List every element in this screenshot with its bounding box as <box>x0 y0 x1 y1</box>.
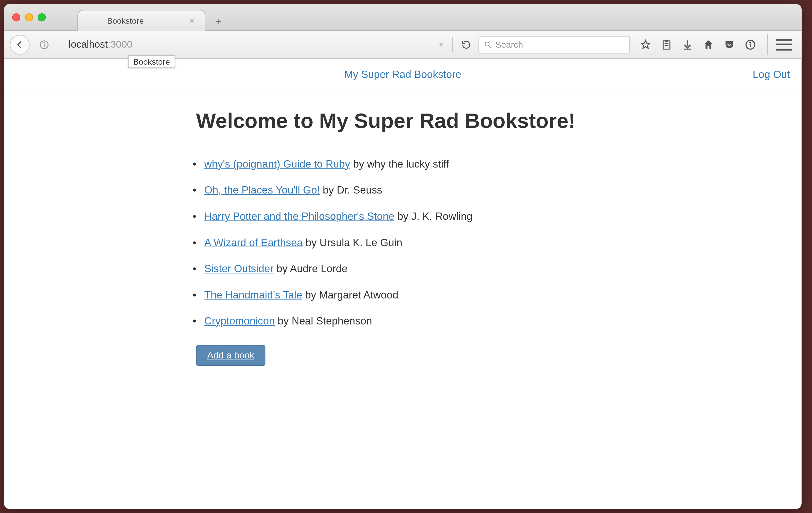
book-link[interactable]: A Wizard of Earthsea <box>204 237 303 248</box>
menu-button[interactable] <box>776 38 792 51</box>
book-author: by J. K. Rowling <box>394 211 472 222</box>
page-heading: Welcome to My Super Rad Bookstore! <box>196 108 609 134</box>
minimize-window-button[interactable] <box>25 13 33 21</box>
book-author: by Audre Lorde <box>274 263 348 274</box>
clipboard-icon <box>661 39 672 50</box>
star-icon <box>640 39 651 50</box>
toolbar-right: ▾ <box>435 34 796 55</box>
main-content: Welcome to My Super Rad Bookstore! why's… <box>184 91 621 382</box>
home-button[interactable] <box>702 38 715 51</box>
toolbar-separator <box>767 34 768 55</box>
arrow-left-icon <box>15 40 24 49</box>
svg-line-4 <box>489 45 491 47</box>
back-button[interactable] <box>10 35 29 54</box>
svg-rect-6 <box>665 40 668 42</box>
download-icon <box>682 39 693 50</box>
list-item: Cryptomonicon by Neal Stephenson <box>196 315 609 328</box>
book-link[interactable]: Harry Potter and the Philosopher's Stone <box>204 211 394 222</box>
toolbar-separator <box>59 37 59 52</box>
list-item: Sister Outsider by Audre Lorde <box>196 263 609 275</box>
book-link[interactable]: Cryptomonicon <box>204 315 275 327</box>
close-window-button[interactable] <box>12 13 20 21</box>
list-item: Oh, the Places You'll Go! by Dr. Seuss <box>196 184 609 197</box>
book-author: by Margaret Atwood <box>302 289 398 301</box>
books-list: why's (poignant) Guide to Ruby by why th… <box>196 158 609 328</box>
tab-title: Bookstore <box>107 16 144 25</box>
hamburger-icon <box>776 39 792 40</box>
svg-point-3 <box>485 42 489 46</box>
downloads-button[interactable] <box>681 38 694 51</box>
book-author: by Ursula K. Le Guin <box>303 237 402 248</box>
address-display[interactable]: localhost:3000 Bookstore <box>65 39 136 50</box>
window-controls <box>12 13 46 21</box>
book-link[interactable]: The Handmaid's Tale <box>204 289 302 301</box>
browser-window: Bookstore × + localhost:3000 Bookstore ▾ <box>4 4 802 509</box>
browser-tab[interactable]: Bookstore × <box>77 10 205 31</box>
svg-rect-9 <box>684 48 691 49</box>
pocket-button[interactable] <box>723 38 736 51</box>
svg-point-2 <box>44 42 45 43</box>
book-link[interactable]: why's (poignant) Guide to Ruby <box>204 158 350 170</box>
bookmark-button[interactable] <box>639 38 652 51</box>
logout-link[interactable]: Log Out <box>753 69 790 81</box>
list-item: why's (poignant) Guide to Ruby by why th… <box>196 158 609 171</box>
new-tab-button[interactable]: + <box>212 15 225 28</box>
site-navbar: My Super Rad Bookstore Log Out <box>4 59 802 91</box>
book-author: by Neal Stephenson <box>275 315 372 327</box>
info-circle-icon <box>745 39 756 50</box>
brand-link[interactable]: My Super Rad Bookstore <box>344 69 461 81</box>
add-book-button[interactable]: Add a book <box>196 345 265 366</box>
site-info-button[interactable] <box>37 37 52 52</box>
list-item: The Handmaid's Tale by Margaret Atwood <box>196 289 609 301</box>
address-port: :3000 <box>108 39 132 50</box>
maximize-window-button[interactable] <box>38 13 46 21</box>
search-box[interactable] <box>478 36 630 53</box>
toolbar-icons <box>633 38 760 51</box>
info-icon <box>39 39 49 50</box>
search-icon <box>484 40 492 48</box>
reading-list-button[interactable] <box>660 38 673 51</box>
list-item: A Wizard of Earthsea by Ursula K. Le Gui… <box>196 237 609 249</box>
info-button[interactable] <box>744 38 757 51</box>
window-titlebar: Bookstore × + <box>4 4 802 31</box>
history-dropdown-icon[interactable]: ▾ <box>435 40 447 48</box>
tab-close-icon[interactable]: × <box>189 16 194 26</box>
pocket-icon <box>724 39 735 50</box>
search-input[interactable] <box>495 40 625 50</box>
address-host: localhost <box>69 39 108 50</box>
home-icon <box>703 39 714 50</box>
svg-point-12 <box>750 42 751 43</box>
book-link[interactable]: Sister Outsider <box>204 263 274 274</box>
list-item: Harry Potter and the Philosopher's Stone… <box>196 211 609 223</box>
reload-icon <box>461 39 471 50</box>
browser-toolbar: localhost:3000 Bookstore ▾ <box>4 31 802 59</box>
book-author: by why the lucky stiff <box>350 158 449 170</box>
tab-strip: Bookstore × + <box>77 4 225 30</box>
toolbar-separator <box>452 37 453 52</box>
reload-button[interactable] <box>458 39 475 50</box>
book-author: by Dr. Seuss <box>320 184 382 196</box>
svg-rect-5 <box>663 41 670 49</box>
book-link[interactable]: Oh, the Places You'll Go! <box>204 184 320 196</box>
